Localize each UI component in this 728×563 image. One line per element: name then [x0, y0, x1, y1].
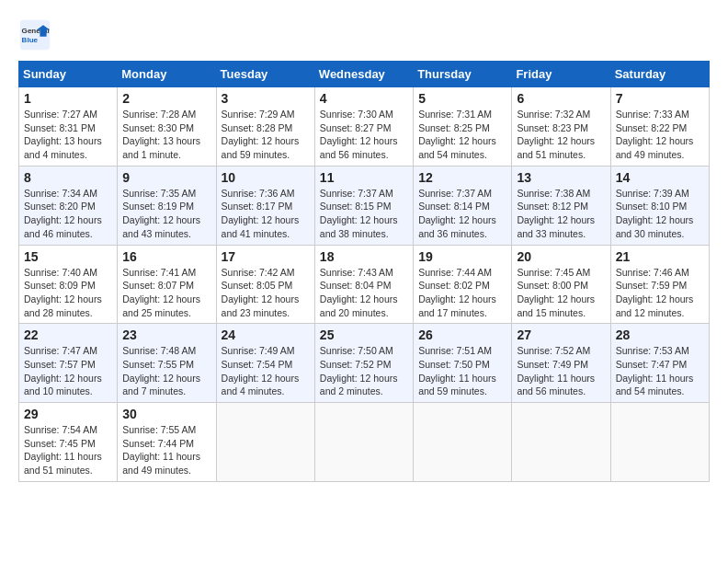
day-number: 11: [320, 170, 408, 185]
calendar-cell: 29Sunrise: 7:54 AM Sunset: 7:45 PM Dayli…: [19, 403, 118, 482]
calendar-cell: 9Sunrise: 7:35 AM Sunset: 8:19 PM Daylig…: [118, 166, 216, 245]
day-number: 14: [616, 170, 704, 185]
calendar-cell: 15Sunrise: 7:40 AM Sunset: 8:09 PM Dayli…: [19, 245, 118, 324]
day-info: Sunrise: 7:42 AM Sunset: 8:05 PM Dayligh…: [222, 266, 310, 320]
day-number: 24: [222, 327, 310, 342]
day-number: 15: [24, 249, 112, 264]
day-number: 29: [24, 407, 112, 421]
col-header-thursday: Thursday: [414, 62, 512, 87]
day-info: Sunrise: 7:40 AM Sunset: 8:09 PM Dayligh…: [24, 266, 112, 320]
calendar-cell: 2Sunrise: 7:28 AM Sunset: 8:30 PM Daylig…: [118, 87, 216, 167]
day-info: Sunrise: 7:29 AM Sunset: 8:28 PM Dayligh…: [222, 108, 310, 162]
day-info: Sunrise: 7:47 AM Sunset: 7:57 PM Dayligh…: [24, 344, 112, 398]
day-number: 26: [418, 327, 506, 342]
day-info: Sunrise: 7:37 AM Sunset: 8:14 PM Dayligh…: [418, 187, 506, 241]
calendar-cell: 16Sunrise: 7:41 AM Sunset: 8:07 PM Dayli…: [118, 245, 216, 324]
day-info: Sunrise: 7:27 AM Sunset: 8:31 PM Dayligh…: [24, 108, 112, 162]
calendar-cell: [414, 403, 512, 482]
day-info: Sunrise: 7:36 AM Sunset: 8:17 PM Dayligh…: [222, 187, 310, 241]
day-info: Sunrise: 7:32 AM Sunset: 8:23 PM Dayligh…: [517, 108, 605, 162]
day-number: 2: [122, 91, 210, 106]
day-number: 23: [122, 327, 210, 342]
logo: General Blue: [18, 18, 51, 52]
logo-icon: General Blue: [18, 18, 51, 52]
day-number: 7: [616, 91, 704, 106]
day-number: 6: [517, 91, 605, 106]
day-number: 4: [320, 91, 408, 106]
day-number: 18: [320, 249, 408, 264]
day-number: 30: [122, 407, 210, 421]
day-number: 19: [418, 249, 506, 264]
day-info: Sunrise: 7:34 AM Sunset: 8:20 PM Dayligh…: [24, 187, 112, 241]
calendar-cell: 28Sunrise: 7:53 AM Sunset: 7:47 PM Dayli…: [610, 324, 709, 403]
calendar-cell: 26Sunrise: 7:51 AM Sunset: 7:50 PM Dayli…: [414, 324, 512, 403]
calendar-cell: 8Sunrise: 7:34 AM Sunset: 8:20 PM Daylig…: [19, 166, 118, 245]
calendar-cell: 10Sunrise: 7:36 AM Sunset: 8:17 PM Dayli…: [216, 166, 314, 245]
svg-text:Blue: Blue: [22, 36, 39, 44]
header: General Blue: [18, 18, 710, 52]
calendar-cell: [216, 403, 314, 482]
calendar-cell: 23Sunrise: 7:48 AM Sunset: 7:55 PM Dayli…: [118, 324, 216, 403]
calendar-cell: 30Sunrise: 7:55 AM Sunset: 7:44 PM Dayli…: [118, 403, 216, 482]
day-info: Sunrise: 7:38 AM Sunset: 8:12 PM Dayligh…: [517, 187, 605, 241]
col-header-tuesday: Tuesday: [216, 62, 314, 87]
col-header-friday: Friday: [512, 62, 610, 87]
day-info: Sunrise: 7:54 AM Sunset: 7:45 PM Dayligh…: [24, 423, 112, 477]
calendar-cell: [512, 403, 610, 482]
day-info: Sunrise: 7:46 AM Sunset: 7:59 PM Dayligh…: [616, 266, 704, 320]
calendar-row: 15Sunrise: 7:40 AM Sunset: 8:09 PM Dayli…: [19, 245, 710, 324]
calendar-cell: 18Sunrise: 7:43 AM Sunset: 8:04 PM Dayli…: [314, 245, 413, 324]
day-info: Sunrise: 7:48 AM Sunset: 7:55 PM Dayligh…: [122, 344, 210, 398]
calendar-cell: 11Sunrise: 7:37 AM Sunset: 8:15 PM Dayli…: [314, 166, 413, 245]
day-number: 13: [517, 170, 605, 185]
day-info: Sunrise: 7:45 AM Sunset: 8:00 PM Dayligh…: [517, 266, 605, 320]
day-number: 3: [222, 91, 310, 106]
calendar-cell: 17Sunrise: 7:42 AM Sunset: 8:05 PM Dayli…: [216, 245, 314, 324]
day-number: 22: [24, 327, 112, 342]
calendar-cell: [314, 403, 413, 482]
calendar-cell: 22Sunrise: 7:47 AM Sunset: 7:57 PM Dayli…: [19, 324, 118, 403]
calendar-cell: [610, 403, 709, 482]
day-number: 21: [616, 249, 704, 264]
calendar-cell: 25Sunrise: 7:50 AM Sunset: 7:52 PM Dayli…: [314, 324, 413, 403]
day-info: Sunrise: 7:52 AM Sunset: 7:49 PM Dayligh…: [517, 344, 605, 398]
day-info: Sunrise: 7:41 AM Sunset: 8:07 PM Dayligh…: [122, 266, 210, 320]
calendar-cell: 12Sunrise: 7:37 AM Sunset: 8:14 PM Dayli…: [414, 166, 512, 245]
day-number: 16: [122, 249, 210, 264]
day-number: 12: [418, 170, 506, 185]
day-info: Sunrise: 7:28 AM Sunset: 8:30 PM Dayligh…: [122, 108, 210, 162]
calendar-row: 29Sunrise: 7:54 AM Sunset: 7:45 PM Dayli…: [19, 403, 710, 482]
col-header-wednesday: Wednesday: [314, 62, 413, 87]
calendar-cell: 4Sunrise: 7:30 AM Sunset: 8:27 PM Daylig…: [314, 87, 413, 167]
day-number: 25: [320, 327, 408, 342]
day-number: 5: [418, 91, 506, 106]
day-number: 10: [222, 170, 310, 185]
calendar-row: 22Sunrise: 7:47 AM Sunset: 7:57 PM Dayli…: [19, 324, 710, 403]
calendar-cell: 3Sunrise: 7:29 AM Sunset: 8:28 PM Daylig…: [216, 87, 314, 167]
day-info: Sunrise: 7:51 AM Sunset: 7:50 PM Dayligh…: [418, 344, 506, 398]
day-info: Sunrise: 7:44 AM Sunset: 8:02 PM Dayligh…: [418, 266, 506, 320]
day-info: Sunrise: 7:35 AM Sunset: 8:19 PM Dayligh…: [122, 187, 210, 241]
calendar-cell: 27Sunrise: 7:52 AM Sunset: 7:49 PM Dayli…: [512, 324, 610, 403]
day-number: 28: [616, 327, 704, 342]
day-info: Sunrise: 7:31 AM Sunset: 8:25 PM Dayligh…: [418, 108, 506, 162]
calendar-row: 8Sunrise: 7:34 AM Sunset: 8:20 PM Daylig…: [19, 166, 710, 245]
calendar-cell: 5Sunrise: 7:31 AM Sunset: 8:25 PM Daylig…: [414, 87, 512, 167]
day-info: Sunrise: 7:43 AM Sunset: 8:04 PM Dayligh…: [320, 266, 408, 320]
col-header-saturday: Saturday: [610, 62, 709, 87]
day-info: Sunrise: 7:55 AM Sunset: 7:44 PM Dayligh…: [122, 423, 210, 477]
calendar-cell: 20Sunrise: 7:45 AM Sunset: 8:00 PM Dayli…: [512, 245, 610, 324]
day-info: Sunrise: 7:53 AM Sunset: 7:47 PM Dayligh…: [616, 344, 704, 398]
day-number: 1: [24, 91, 112, 106]
day-number: 8: [24, 170, 112, 185]
day-info: Sunrise: 7:50 AM Sunset: 7:52 PM Dayligh…: [320, 344, 408, 398]
day-info: Sunrise: 7:39 AM Sunset: 8:10 PM Dayligh…: [616, 187, 704, 241]
calendar-cell: 7Sunrise: 7:33 AM Sunset: 8:22 PM Daylig…: [610, 87, 709, 167]
day-info: Sunrise: 7:37 AM Sunset: 8:15 PM Dayligh…: [320, 187, 408, 241]
day-number: 9: [122, 170, 210, 185]
col-header-sunday: Sunday: [19, 62, 118, 87]
day-number: 20: [517, 249, 605, 264]
day-number: 17: [222, 249, 310, 264]
col-header-monday: Monday: [118, 62, 216, 87]
calendar-row: 1Sunrise: 7:27 AM Sunset: 8:31 PM Daylig…: [19, 87, 710, 167]
